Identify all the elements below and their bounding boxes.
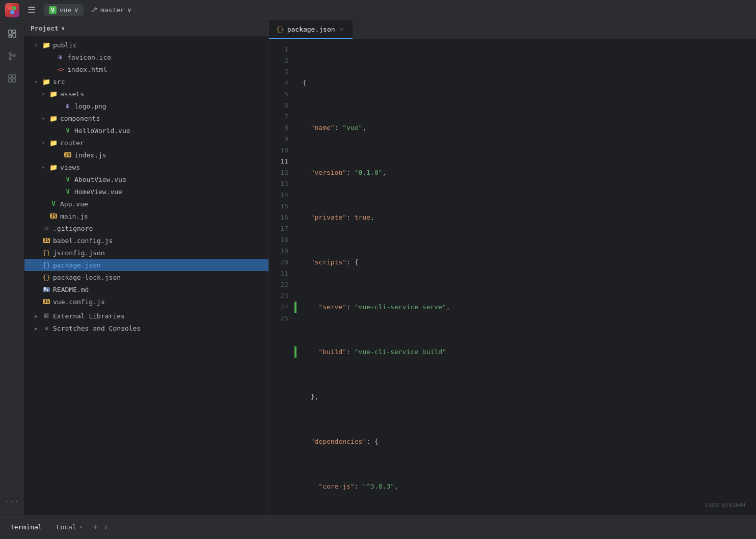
svg-point-0 (8, 6, 12, 10)
terminal-local-close-icon[interactable]: × (79, 524, 83, 530)
tab-package-json[interactable]: {} package.json × (269, 20, 353, 39)
terminal-local-label: Local (57, 523, 76, 531)
line-num-4: 4 (269, 77, 294, 89)
tree-item-components-label: components (60, 115, 100, 122)
scratches-icon: ≡ (42, 325, 51, 332)
project-selector[interactable]: V vue ∨ (44, 4, 84, 16)
code-content[interactable]: { "name": "vue", "version": "0.1.0", "pr… (294, 40, 756, 515)
code-line-4: "private": true, (294, 212, 756, 223)
code-token: , (314, 391, 318, 402)
line-num-2: 2 (269, 55, 294, 66)
branch-selector[interactable]: ⎇ master ∨ (90, 6, 131, 14)
chevron-router-icon: ▾ (40, 140, 47, 146)
code-line-8: }, (294, 391, 756, 402)
tree-item-external-libs[interactable]: ▶ 🏛 External Libraries (24, 310, 268, 322)
line-num-16: 16 (269, 212, 294, 223)
tree-item-readme[interactable]: M↓ README.md (24, 283, 268, 295)
tree-item-helloworld[interactable]: V HelloWorld.vue (24, 124, 268, 137)
run-marker-7 (294, 346, 296, 358)
vue-helloworld-icon: V (63, 127, 72, 134)
code-token: : (366, 436, 374, 447)
tree-item-package-lock[interactable]: {} package-lock.json (24, 271, 268, 283)
code-token: : (346, 302, 355, 313)
code-token: "0.1.0" (355, 167, 383, 178)
tree-item-app-vue[interactable]: V App.vue (24, 198, 268, 210)
tree-item-vue-config[interactable]: JS vue.config.js (24, 295, 268, 308)
tree-item-index-html[interactable]: <> index.html (24, 63, 268, 75)
file-tree-panel: Project ∨ ▾ 📁 public ⊞ favicon.ico <> i (24, 20, 269, 515)
code-token (303, 391, 311, 402)
line-num-17: 17 (269, 223, 294, 234)
tree-item-index-html-label: index.html (67, 66, 107, 73)
code-editor[interactable]: 1 2 3 4 5 6 7 8 9 10 11 12 13 14 15 16 1… (269, 40, 756, 515)
svg-rect-3 (9, 30, 12, 34)
editor-area: {} package.json × 1 2 3 4 5 6 7 8 9 10 1… (269, 20, 756, 515)
code-token: true (355, 212, 370, 223)
code-token: "version" (311, 167, 346, 178)
tree-item-scratches-label: Scratches and Consoles (53, 325, 141, 332)
branch-name: master (100, 6, 124, 14)
line-num-21: 21 (269, 268, 294, 279)
code-token: , (383, 167, 387, 178)
sidebar-icon-explorer[interactable] (3, 24, 21, 43)
code-token (303, 481, 318, 492)
code-token: : (346, 167, 355, 178)
svg-rect-14 (13, 79, 16, 82)
code-token (303, 346, 318, 358)
tree-item-logo-png[interactable]: ⊞ logo.png (24, 100, 268, 112)
code-token (303, 302, 318, 313)
project-badge: V (49, 6, 57, 14)
tree-item-main-js-label: main.js (60, 212, 88, 220)
hamburger-menu-icon[interactable]: ☰ (25, 3, 38, 17)
tree-item-gitignore[interactable]: ⊘ .gitignore (24, 222, 268, 234)
code-token: : (346, 257, 355, 268)
vue-app-icon: V (49, 200, 58, 207)
tree-item-jsconfig[interactable]: {} jsconfig.json (24, 247, 268, 259)
sidebar-icon-git[interactable] (3, 47, 21, 65)
terminal-tab-label[interactable]: Terminal (6, 521, 46, 533)
sidebar-icon-plugins[interactable] (3, 69, 21, 88)
terminal-add-button[interactable]: + (93, 522, 98, 532)
tree-item-router-index[interactable]: JS index.js (24, 149, 268, 161)
project-chevron-icon: ∨ (74, 6, 78, 14)
watermark: CSDN @701044 (706, 502, 746, 508)
tree-item-src[interactable]: ▾ 📁 src (24, 75, 268, 88)
tree-item-scratches[interactable]: ▶ ≡ Scratches and Consoles (24, 322, 268, 334)
terminal-local-tab[interactable]: Local × (52, 521, 87, 533)
tree-item-homeview[interactable]: V HomeView.vue (24, 185, 268, 198)
tree-item-helloworld-label: HelloWorld.vue (74, 127, 130, 134)
tab-package-json-icon: {} (276, 25, 284, 33)
folder-src-icon: 📁 (42, 78, 51, 86)
svg-point-2 (10, 10, 14, 14)
png-icon: ⊞ (63, 102, 72, 110)
tree-item-babel-label: babel.config.js (53, 237, 113, 245)
tree-item-package-json[interactable]: {} package.json (24, 259, 268, 271)
code-token: "private" (311, 212, 346, 223)
tree-item-aboutview[interactable]: V AboutView.vue (24, 173, 268, 185)
js-vue-config-icon: JS (42, 299, 51, 304)
tree-item-logo-label: logo.png (74, 102, 106, 110)
tree-item-assets-label: assets (60, 90, 84, 98)
tab-close-button[interactable]: × (338, 26, 345, 33)
sidebar-icon-more[interactable]: ··· (3, 492, 21, 510)
tree-item-main-js[interactable]: JS main.js (24, 210, 268, 222)
external-libs-icon: 🏛 (42, 312, 51, 319)
tree-item-views-label: views (60, 164, 80, 171)
tree-item-public[interactable]: ▾ 📁 public (24, 39, 268, 51)
chevron-public-icon: ▾ (33, 42, 40, 48)
chevron-external-libs-icon: ▶ (33, 313, 40, 319)
tree-item-assets[interactable]: ▾ 📁 assets (24, 88, 268, 100)
code-token: "^3.8.3" (362, 481, 394, 492)
code-token (303, 167, 311, 178)
js-babel-icon: JS (42, 238, 51, 243)
tree-item-views[interactable]: ▾ 📁 views (24, 161, 268, 173)
tree-item-babel-config[interactable]: JS babel.config.js (24, 234, 268, 247)
terminal-chevron-icon[interactable]: ∨ (104, 524, 107, 531)
code-token: "build" (318, 346, 346, 358)
file-tree-header[interactable]: Project ∨ (24, 20, 268, 37)
tab-package-json-label: package.json (287, 25, 335, 33)
tree-item-favicon[interactable]: ⊞ favicon.ico (24, 51, 268, 63)
tree-item-router[interactable]: ▾ 📁 router (24, 137, 268, 149)
project-header-label: Project (31, 24, 59, 32)
tree-item-components[interactable]: ▾ 📁 components (24, 112, 268, 124)
